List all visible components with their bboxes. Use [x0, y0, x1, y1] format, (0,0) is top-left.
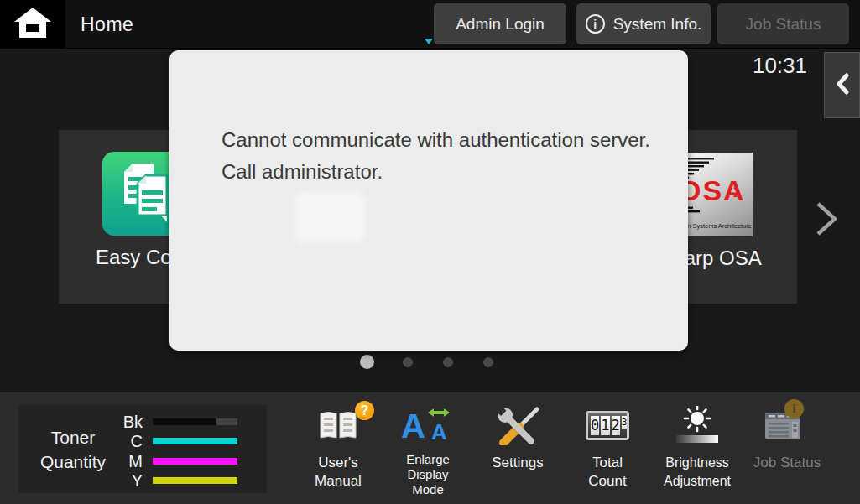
job-status-bottom-label: Job Status	[741, 454, 833, 472]
enlarge-display-mode-button[interactable]: A A Enlarge Display Mode	[382, 406, 474, 497]
system-info-label: System Info.	[613, 15, 702, 34]
total-count-button[interactable]: 0 1 2 3 Total Count	[561, 406, 654, 491]
page-title: Home	[81, 0, 133, 49]
job-status-label: Job Status	[746, 15, 821, 34]
job-status-button: Job Status	[717, 3, 849, 44]
resize-arrow-icon	[428, 406, 450, 421]
toner-bar-y	[153, 477, 237, 484]
system-info-button[interactable]: i System Info.	[576, 3, 711, 44]
job-status-icon: i	[741, 406, 833, 444]
carousel-next-icon[interactable]	[812, 200, 841, 242]
toner-label-c: C	[109, 432, 143, 451]
page-dot-4[interactable]	[483, 357, 493, 367]
counter-digit: 1	[601, 416, 609, 435]
counter-digit: 0	[591, 416, 599, 435]
error-message-line2: Call administrator.	[222, 156, 654, 188]
header-bar: Home Admin Login i System Info. Job Stat…	[0, 0, 860, 49]
enlarge-display-icon: A A	[382, 406, 474, 444]
error-dialog: Cannot communicate with authentication s…	[169, 50, 688, 351]
settings-button[interactable]: Settings	[472, 406, 564, 472]
toner-label-y: Y	[109, 471, 143, 491]
toner-bar-bk	[153, 418, 237, 425]
page-dot-1-active[interactable]	[360, 355, 374, 369]
toner-label-bk: Bk	[109, 413, 143, 432]
dialog-ghost-artifact	[294, 191, 366, 243]
page-dot-2[interactable]	[403, 357, 413, 367]
brightness-icon	[651, 406, 743, 444]
toner-row-m: M	[109, 451, 237, 471]
users-manual-button[interactable]: ? User's Manual	[292, 406, 384, 491]
settings-icon	[472, 406, 564, 444]
brightness-adjustment-label: Brightness Adjustment	[651, 454, 743, 491]
users-manual-icon: ?	[292, 406, 384, 444]
clock: 10:31	[753, 53, 807, 79]
toner-bar-c	[153, 438, 237, 444]
settings-label: Settings	[472, 454, 564, 472]
toner-row-bk: Bk	[109, 412, 237, 432]
counter-digit-superscript: 3	[622, 416, 628, 429]
toner-bar-m	[153, 458, 237, 465]
total-count-icon: 0 1 2 3	[561, 406, 654, 444]
admin-login-button[interactable]: Admin Login	[434, 3, 566, 44]
toner-row-y: Y	[109, 470, 237, 491]
toner-row-c: C	[109, 431, 237, 451]
collapse-panel-tab[interactable]	[824, 52, 860, 118]
info-badge-icon: i	[784, 399, 804, 418]
question-badge-icon: ?	[355, 401, 374, 420]
system-bar: Toner Quantity Bk C M Y	[0, 392, 860, 504]
large-letter-a: A	[401, 409, 425, 443]
home-button[interactable]	[0, 0, 65, 49]
info-icon: i	[586, 14, 605, 34]
toner-label-m: M	[109, 452, 143, 471]
mfp-touchscreen: Home Admin Login i System Info. Job Stat…	[0, 0, 860, 504]
toner-quantity-panel: Toner Quantity Bk C M Y	[18, 405, 267, 493]
counter-digit: 2	[612, 416, 620, 435]
users-manual-label: User's Manual	[292, 454, 384, 491]
total-count-label: Total Count	[561, 454, 654, 491]
enlarge-display-mode-label: Enlarge Display Mode	[382, 452, 474, 497]
page-dot-3[interactable]	[443, 357, 453, 367]
header-pulldown-icon[interactable]	[425, 39, 433, 44]
error-message-line1: Cannot communicate with authentication s…	[222, 124, 654, 156]
small-letter-a: A	[431, 421, 447, 443]
svg-text:›: ›	[732, 176, 741, 204]
home-icon	[14, 7, 51, 42]
chevron-left-icon	[834, 72, 851, 99]
admin-login-label: Admin Login	[456, 15, 545, 34]
brightness-adjustment-button[interactable]: Brightness Adjustment	[651, 406, 743, 491]
job-status-bottom-button: i Job Status	[741, 406, 833, 472]
